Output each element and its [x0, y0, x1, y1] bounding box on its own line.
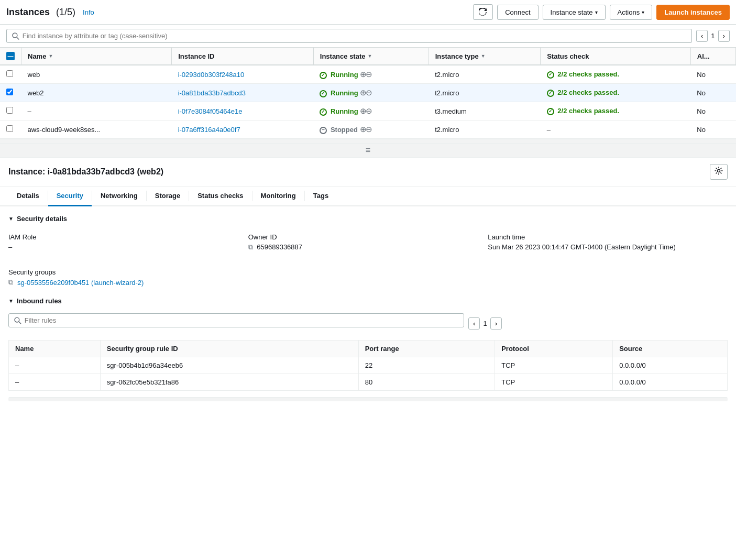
rule-port: 80: [358, 374, 495, 391]
row-type: t3.medium: [429, 102, 541, 120]
col-instance-id: Instance ID: [172, 48, 314, 65]
settings-button[interactable]: [710, 164, 728, 180]
tab-networking[interactable]: Networking: [92, 186, 146, 206]
inbound-rules-header[interactable]: ▼ Inbound rules: [8, 297, 728, 305]
row-checkbox[interactable]: [0, 120, 21, 139]
tab-status-checks[interactable]: Status checks: [189, 186, 251, 206]
panel-divider[interactable]: ≡: [0, 143, 736, 158]
rules-next-page-button[interactable]: ›: [490, 317, 502, 330]
launch-time-cell: Launch time Sun Mar 26 2023 00:14:47 GMT…: [488, 231, 728, 258]
launch-instances-button[interactable]: Launch instances: [656, 5, 730, 20]
rules-search-bar: [8, 313, 464, 327]
refresh-icon: [479, 8, 487, 16]
search-bar: ‹ 1 ›: [0, 25, 736, 48]
col-name: Name ▼: [21, 48, 172, 65]
instance-state-button[interactable]: Instance state ▾: [543, 5, 606, 20]
rules-filter-input[interactable]: [25, 316, 458, 324]
row-status: 2/2 checks passed.: [541, 65, 691, 84]
rules-page-number: 1: [483, 320, 487, 327]
sg-value-link[interactable]: sg-0553556e209f0b451 (launch-wizard-2): [17, 279, 144, 287]
connect-button[interactable]: Connect: [497, 5, 538, 20]
row-al: No: [690, 84, 735, 102]
rules-prev-page-button[interactable]: ‹: [468, 317, 480, 330]
rules-scrollbar[interactable]: [8, 397, 728, 401]
col-port-range: Port range: [358, 341, 495, 357]
row-id: i-0a81bda33b7adbcd3: [172, 84, 314, 102]
iam-role-value: –: [8, 243, 248, 251]
row-type: t2.micro: [429, 65, 541, 84]
col-instance-state: Instance state ▼: [313, 48, 429, 65]
page-number: 1: [711, 32, 715, 40]
row-name: web: [21, 65, 172, 84]
running-icon: [320, 72, 327, 79]
rule-source: 0.0.0.0/0: [613, 374, 728, 391]
row-name: aws-cloud9-week8ses...: [21, 120, 172, 139]
row-state: Stopped ⊕⊖: [313, 120, 429, 139]
resize-handle[interactable]: ≡: [366, 146, 370, 155]
row-name: web2: [21, 84, 172, 102]
toolbar: Instances (1/5) Info Connect Instance st…: [0, 0, 736, 25]
sg-label: Security groups: [8, 268, 728, 276]
table-row: web2 i-0a81bda33b7adbcd3 Running ⊕⊖ t2.m…: [0, 84, 736, 102]
owner-id-value: ⧉ 659689336887: [248, 243, 488, 251]
table-row: aws-cloud9-week8ses... i-07a6ff316a4a0e0…: [0, 120, 736, 139]
row-checkbox[interactable]: [0, 84, 21, 102]
status-check-icon: [547, 90, 554, 97]
running-icon: [320, 90, 327, 97]
rule-protocol: TCP: [495, 357, 613, 374]
zoom-icons[interactable]: ⊕⊖: [360, 70, 371, 79]
col-source: Source: [613, 341, 728, 357]
rules-search-icon: [14, 317, 21, 324]
copy-icon[interactable]: ⧉: [248, 243, 253, 251]
row-type: t2.micro: [429, 120, 541, 139]
instance-state-chevron-icon: ▾: [595, 9, 598, 15]
row-type: t2.micro: [429, 84, 541, 102]
page-title: Instances: [6, 7, 50, 18]
type-sort-icon: ▼: [481, 53, 486, 59]
iam-role-label: IAM Role: [8, 233, 248, 241]
tab-storage[interactable]: Storage: [147, 186, 189, 206]
table-scrollbar[interactable]: [0, 139, 736, 143]
row-checkbox[interactable]: [0, 102, 21, 120]
rule-name: –: [9, 357, 101, 374]
tab-security[interactable]: Security: [48, 186, 92, 206]
row-checkbox[interactable]: [0, 65, 21, 84]
gear-icon: [715, 167, 723, 175]
zoom-icons[interactable]: ⊕⊖: [360, 88, 371, 97]
row-id: i-07a6ff316a4a0e0f7: [172, 120, 314, 139]
col-rule-name: Name: [9, 341, 101, 357]
rules-table: Name Security group rule ID Port range P…: [8, 340, 728, 391]
sg-link[interactable]: ⧉ sg-0553556e209f0b451 (launch-wizard-2): [8, 278, 728, 287]
row-state: Running ⊕⊖: [313, 65, 429, 84]
stopped-icon: [320, 127, 327, 134]
search-input[interactable]: [23, 32, 686, 40]
security-details-header[interactable]: ▼ Security details: [8, 215, 728, 223]
rule-row: – sgr-062fc05e5b321fa86 80 TCP 0.0.0.0/0: [9, 374, 728, 391]
svg-point-3: [15, 317, 19, 322]
col-protocol: Protocol: [495, 341, 613, 357]
next-page-button[interactable]: ›: [718, 30, 730, 42]
select-all-header[interactable]: —: [0, 48, 21, 65]
rule-id: sgr-005b4b1d96a34eeb6: [100, 357, 358, 374]
sg-copy-icon[interactable]: ⧉: [8, 278, 13, 287]
tab-tags[interactable]: Tags: [305, 186, 337, 206]
rule-source: 0.0.0.0/0: [613, 357, 728, 374]
name-sort-icon: ▼: [48, 53, 53, 59]
zoom-icons[interactable]: ⊕⊖: [360, 106, 371, 115]
search-icon: [12, 32, 19, 40]
rule-row: – sgr-005b4b1d96a34eeb6 22 TCP 0.0.0.0/0: [9, 357, 728, 374]
tab-monitoring[interactable]: Monitoring: [252, 186, 304, 206]
row-state: Running ⊕⊖: [313, 84, 429, 102]
row-id: i-0f7e3084f05464e1e: [172, 102, 314, 120]
rules-search-input-container: [8, 313, 464, 334]
zoom-icons[interactable]: ⊕⊖: [360, 125, 371, 134]
rules-search-wrap: ‹ 1 ›: [8, 313, 728, 334]
actions-button[interactable]: Actions ▾: [610, 5, 653, 20]
prev-page-button[interactable]: ‹: [696, 30, 708, 42]
info-link[interactable]: Info: [83, 8, 94, 16]
instance-count: (1/5): [56, 7, 75, 18]
collapse-icon: ▼: [8, 216, 14, 222]
table-row: – i-0f7e3084f05464e1e Running ⊕⊖ t3.medi…: [0, 102, 736, 120]
tab-details[interactable]: Details: [8, 186, 48, 206]
refresh-button[interactable]: [473, 4, 493, 20]
